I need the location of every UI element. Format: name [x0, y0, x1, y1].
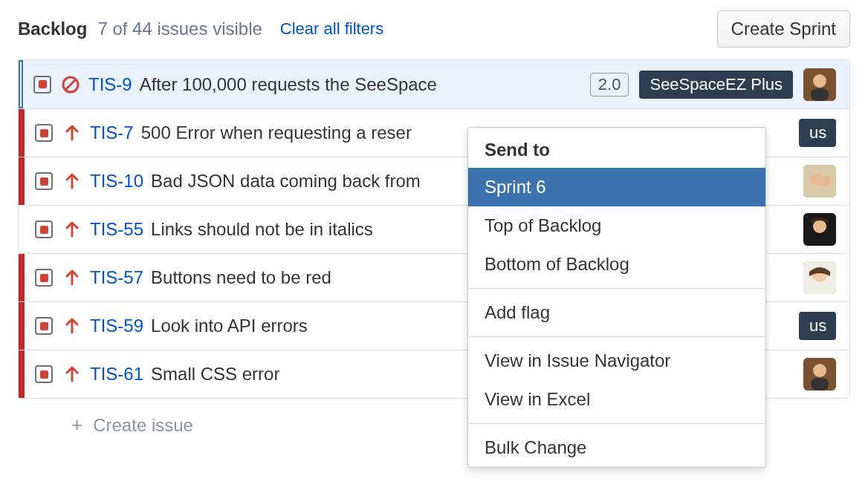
epic-lozenge[interactable]: SeeSpaceEZ Plus — [639, 71, 793, 99]
issue-type-bug-icon — [35, 317, 53, 335]
issue-key[interactable]: TIS-10 — [90, 171, 143, 192]
menu-item-issue-navigator[interactable]: View in Issue Navigator — [468, 342, 765, 380]
menu-divider — [468, 423, 765, 424]
assignee-avatar[interactable] — [803, 68, 836, 101]
menu-item-add-flag[interactable]: Add flag — [468, 293, 765, 332]
priority-high-icon — [63, 220, 81, 238]
epic-lozenge[interactable]: us — [799, 119, 836, 147]
priority-high-icon — [63, 124, 81, 142]
flag-indicator — [19, 157, 25, 205]
issue-type-bug-icon — [35, 172, 53, 190]
flag-indicator — [19, 350, 25, 398]
assignee-avatar[interactable] — [803, 358, 836, 391]
issue-key[interactable]: TIS-61 — [90, 364, 143, 385]
svg-rect-14 — [811, 378, 829, 391]
svg-rect-4 — [811, 88, 829, 101]
issue-key[interactable]: TIS-7 — [90, 122, 134, 143]
svg-point-3 — [813, 74, 826, 88]
issue-type-bug-icon — [35, 365, 53, 383]
assignee-avatar[interactable] — [803, 165, 836, 197]
priority-blocker-icon — [62, 76, 80, 94]
issue-type-bug-icon — [35, 124, 53, 142]
menu-item-bottom-of-backlog[interactable]: Bottom of Backlog — [468, 245, 765, 284]
issue-key[interactable]: TIS-57 — [90, 267, 143, 288]
menu-item-top-of-backlog[interactable]: Top of Backlog — [468, 206, 765, 245]
plus-icon: + — [71, 414, 82, 437]
issue-context-menu: Send to Sprint 6 Top of Backlog Bottom o… — [467, 127, 766, 457]
create-sprint-button[interactable]: Create Sprint — [717, 10, 850, 48]
menu-divider — [468, 336, 765, 337]
issue-key[interactable]: TIS-59 — [90, 316, 143, 336]
backlog-header: Backlog 7 of 44 issues visible Clear all… — [18, 10, 850, 48]
menu-item-bulk-change[interactable]: Bulk Change — [468, 428, 765, 457]
flag-indicator — [19, 109, 25, 157]
backlog-title: Backlog — [18, 19, 87, 39]
priority-high-icon — [63, 365, 81, 383]
clear-filters-link[interactable]: Clear all filters — [280, 19, 383, 39]
svg-point-9 — [813, 220, 826, 233]
priority-high-icon — [63, 317, 81, 335]
issue-summary: After 100,000 requests the SeeSpace — [140, 74, 583, 95]
menu-divider — [468, 288, 765, 289]
create-issue-label: Create issue — [93, 415, 193, 436]
assignee-avatar[interactable] — [803, 213, 836, 246]
assignee-avatar[interactable] — [803, 261, 836, 294]
issue-count: 7 of 44 issues visible — [97, 19, 262, 39]
flag-indicator — [19, 302, 25, 350]
menu-item-sprint[interactable]: Sprint 6 — [468, 168, 765, 206]
svg-line-1 — [65, 79, 76, 90]
priority-high-icon — [63, 269, 81, 287]
menu-item-view-in-excel[interactable]: View in Excel — [468, 380, 765, 419]
epic-lozenge[interactable]: us — [799, 312, 836, 340]
menu-header-send-to: Send to — [468, 128, 765, 168]
priority-high-icon — [63, 172, 81, 190]
issue-key[interactable]: TIS-9 — [88, 74, 132, 95]
svg-point-13 — [813, 364, 826, 377]
issue-type-bug-icon — [35, 220, 53, 238]
version-lozenge[interactable]: 2.0 — [590, 73, 629, 97]
issue-key[interactable]: TIS-55 — [90, 219, 143, 240]
issue-type-bug-icon — [35, 269, 53, 287]
selection-indicator — [19, 60, 23, 108]
issue-type-bug-icon — [33, 76, 51, 94]
flag-indicator — [19, 254, 25, 301]
flag-indicator — [19, 206, 25, 253]
issue-row[interactable]: TIS-9 After 100,000 requests the SeeSpac… — [19, 60, 849, 108]
svg-point-7 — [820, 176, 831, 186]
